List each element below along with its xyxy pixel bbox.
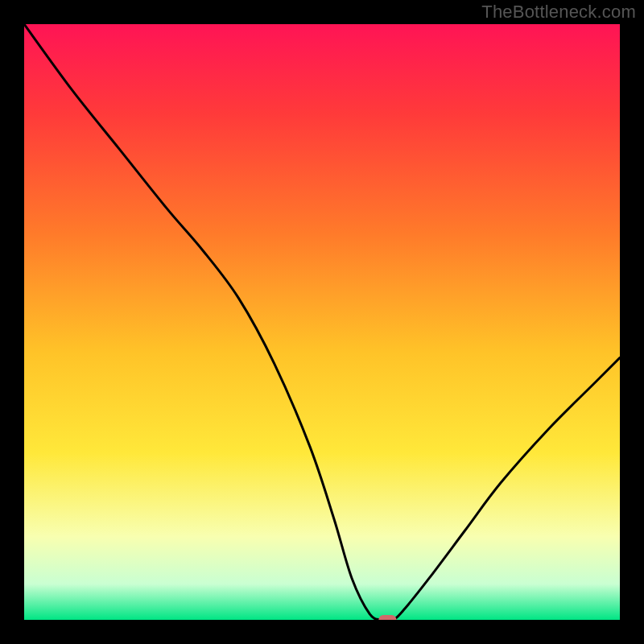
chart-frame: TheBottleneck.com: [0, 0, 644, 644]
watermark-label: TheBottleneck.com: [481, 2, 636, 23]
plot-area: [24, 24, 620, 620]
optimal-marker: [378, 615, 396, 620]
plot-background: [24, 24, 620, 620]
plot-svg: [24, 24, 620, 620]
